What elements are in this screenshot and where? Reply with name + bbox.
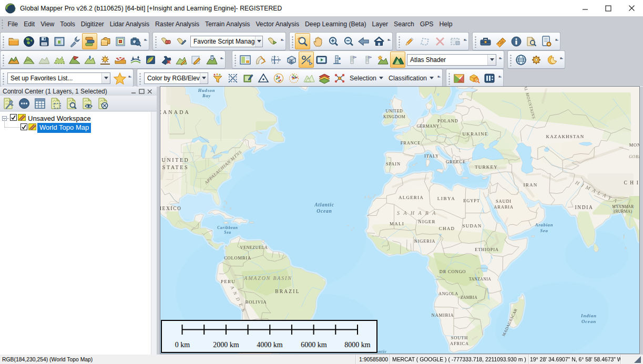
svg-text:BOLIVIA: BOLIVIA: [246, 299, 267, 305]
svg-text:ARABIA: ARABIA: [494, 204, 513, 210]
svg-text:SAUDI: SAUDI: [496, 199, 512, 204]
svg-text:ETHIOPIA: ETHIOPIA: [475, 247, 499, 252]
svg-text:ZAMBIA: ZAMBIA: [461, 295, 477, 300]
svg-text:NIGERIA: NIGERIA: [414, 238, 436, 244]
svg-text:DR CONGO: DR CONGO: [440, 269, 466, 274]
svg-text:SOUTH: SOUTH: [451, 335, 468, 340]
svg-text:COLOMBIA: COLOMBIA: [224, 255, 251, 261]
svg-text:INDIA: INDIA: [575, 205, 594, 210]
svg-text:IRAN: IRAN: [524, 182, 538, 188]
svg-text:GERMANY: GERMANY: [416, 124, 439, 129]
svg-text:2000 km: 2000 km: [213, 341, 239, 349]
svg-text:MALI: MALI: [390, 221, 404, 226]
svg-text:UNITED: UNITED: [386, 109, 403, 113]
svg-text:AMAZON BASIN: AMAZON BASIN: [243, 275, 292, 281]
svg-text:TURKEY: TURKEY: [475, 164, 498, 170]
svg-text:CANADA: CANADA: [160, 109, 190, 115]
svg-text:(BURMA): (BURMA): [614, 209, 632, 214]
svg-text:ALGERIA: ALGERIA: [399, 195, 424, 200]
svg-text:Ocean: Ocean: [317, 209, 332, 214]
svg-text:Caribbean: Caribbean: [217, 225, 238, 230]
svg-text:SUDAN: SUDAN: [462, 223, 482, 228]
svg-text:MEXICO: MEXICO: [160, 206, 182, 211]
svg-text:GOBI: GOBI: [629, 154, 639, 159]
svg-text:FRANCE: FRANCE: [401, 140, 421, 145]
svg-text:NORWAY: NORWAY: [413, 87, 435, 88]
svg-text:Sea: Sea: [540, 228, 548, 233]
svg-text:8000 km: 8000 km: [344, 341, 371, 349]
svg-text:NAMIBIA: NAMIBIA: [432, 313, 454, 318]
svg-text:0 km: 0 km: [175, 341, 190, 349]
svg-text:ANGOLA: ANGOLA: [438, 292, 458, 296]
svg-text:MYANMAR: MYANMAR: [612, 204, 634, 209]
svg-text:CHAD: CHAD: [439, 226, 455, 231]
svg-text:Atlantic: Atlantic: [314, 202, 334, 207]
svg-text:KAZAKHSTAN: KAZAKHSTAN: [546, 134, 585, 139]
svg-text:Ocean: Ocean: [581, 319, 596, 324]
svg-text:C H I: C H I: [624, 180, 639, 185]
svg-text:VENEZUELA: VENEZUELA: [240, 245, 268, 250]
svg-text:STATES: STATES: [162, 164, 189, 170]
svg-text:NIGER: NIGER: [418, 219, 436, 224]
svg-text:KINGDOM: KINGDOM: [383, 115, 405, 119]
svg-text:3D: 3D: [289, 60, 293, 64]
svg-text:GREECE: GREECE: [446, 159, 466, 164]
svg-text:UKRAINE: UKRAINE: [463, 131, 488, 137]
svg-text:POLAND: POLAND: [437, 118, 458, 123]
svg-text:Indian: Indian: [580, 313, 597, 318]
svg-text:ITALY: ITALY: [424, 153, 439, 159]
svg-text:UNITED: UNITED: [162, 157, 190, 163]
svg-text:Arabian: Arabian: [535, 222, 553, 227]
svg-text:Hudson: Hudson: [198, 88, 216, 93]
svg-text:BRAZIL: BRAZIL: [275, 289, 300, 294]
svg-text:Bay: Bay: [202, 93, 211, 98]
svg-text:Sea: Sea: [224, 230, 231, 235]
svg-text:MONGOLIA: MONGOLIA: [629, 142, 639, 148]
svg-text:6000 km: 6000 km: [301, 341, 327, 349]
svg-text:AFRICA: AFRICA: [450, 341, 469, 346]
svg-text:PERU: PERU: [221, 279, 236, 284]
svg-text:SPAIN: SPAIN: [386, 161, 401, 167]
svg-text:TANZANIA: TANZANIA: [469, 277, 491, 282]
svg-text:LIBYA: LIBYA: [437, 196, 456, 201]
svg-text:EGYPT: EGYPT: [463, 198, 479, 203]
svg-text:S A H A R A: S A H A R A: [397, 210, 437, 216]
svg-text:4000 km: 4000 km: [257, 341, 283, 349]
